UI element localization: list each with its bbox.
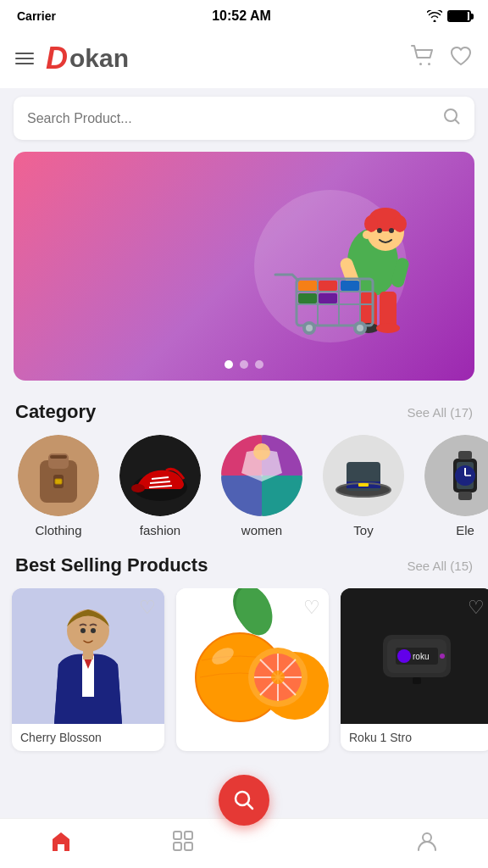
carrier-label: Carrier: [17, 9, 56, 23]
header-left: D okan: [15, 41, 129, 76]
product-card-0[interactable]: ♡ Cherry Blosson: [12, 588, 164, 751]
dot-2[interactable]: [240, 360, 248, 369]
header-actions: [410, 44, 473, 74]
svg-point-30: [306, 325, 313, 331]
svg-rect-23: [298, 281, 317, 291]
category-item-toy[interactable]: Toy: [317, 435, 410, 537]
svg-rect-37: [55, 479, 62, 484]
product-label-2: Roku 1 Stro: [341, 724, 488, 751]
category-circle-clothing: [18, 435, 99, 516]
svg-rect-64: [83, 649, 93, 659]
category-label-toy: Toy: [353, 523, 373, 537]
nav-home[interactable]: [49, 829, 73, 853]
app-logo: D okan: [46, 41, 129, 76]
svg-rect-87: [185, 832, 192, 839]
product-label-0: Cherry Blosson: [12, 724, 164, 751]
svg-point-40: [131, 484, 145, 492]
svg-rect-60: [458, 492, 472, 500]
svg-rect-25: [341, 281, 359, 291]
nav-categories[interactable]: [171, 829, 195, 853]
wishlist-icon[interactable]: [449, 44, 473, 74]
svg-text:roku: roku: [413, 652, 429, 661]
svg-point-84: [440, 654, 445, 659]
search-bar[interactable]: [14, 97, 474, 140]
svg-point-8: [377, 228, 382, 233]
svg-point-1: [428, 63, 430, 65]
search-input[interactable]: [27, 111, 442, 126]
product-card-2[interactable]: roku ♡ Roku 1 Stro: [341, 588, 488, 751]
category-title: Category: [15, 401, 96, 423]
svg-point-46: [253, 443, 270, 460]
product-image-1: ♡: [176, 588, 329, 724]
svg-point-14: [376, 323, 400, 333]
category-label-fashion: fashion: [140, 523, 180, 537]
battery-icon: [447, 10, 471, 22]
category-item-women[interactable]: women: [215, 435, 308, 537]
dot-3[interactable]: [255, 360, 263, 369]
banner-content: [14, 152, 474, 381]
svg-rect-52: [358, 483, 369, 487]
svg-point-65: [80, 628, 86, 633]
time-label: 10:52 AM: [212, 8, 271, 24]
product-image-0: ♡: [12, 588, 164, 724]
category-circle-toy: [323, 435, 404, 516]
svg-rect-83: [413, 677, 421, 684]
banner-indicators: [225, 360, 263, 369]
category-label-women: women: [241, 523, 282, 537]
category-label-clothing: Clothing: [35, 523, 81, 537]
nav-profile[interactable]: [415, 829, 439, 853]
svg-rect-88: [174, 843, 181, 850]
products-list: ♡ Cherry Blosson: [0, 588, 488, 768]
svg-point-7: [393, 215, 407, 232]
svg-point-10: [363, 231, 371, 239]
wifi-icon: [427, 10, 442, 22]
banner-character: [271, 177, 441, 347]
products-section-header: Best Selling Products See All (15): [0, 551, 488, 588]
status-icons: [427, 10, 471, 22]
hero-banner[interactable]: [14, 152, 474, 381]
dot-1[interactable]: [225, 360, 233, 369]
svg-rect-35: [50, 455, 67, 459]
products-see-all[interactable]: See All (15): [407, 559, 473, 573]
categories-list: Clothing fashion: [0, 435, 488, 551]
svg-point-81: [397, 649, 411, 663]
svg-rect-26: [298, 293, 317, 303]
product-image-2: roku ♡: [341, 588, 488, 724]
logo-text: okan: [69, 44, 129, 73]
product-wishlist-0[interactable]: ♡: [139, 597, 156, 619]
fab-search[interactable]: [219, 775, 269, 826]
svg-point-6: [364, 215, 378, 232]
category-circle-women: [221, 435, 302, 516]
cart-icon[interactable]: [410, 44, 435, 74]
svg-rect-27: [319, 293, 337, 303]
svg-rect-45: [262, 476, 302, 516]
category-item-fashion[interactable]: fashion: [114, 435, 207, 537]
category-item-clothing[interactable]: Clothing: [12, 435, 105, 537]
category-see-all[interactable]: See All (17): [407, 405, 473, 420]
svg-point-66: [91, 628, 96, 633]
category-circle-fashion: [119, 435, 201, 516]
product-wishlist-2[interactable]: ♡: [468, 597, 485, 619]
category-item-electronics[interactable]: Ele: [419, 435, 488, 537]
svg-rect-44: [221, 476, 262, 516]
category-label-electronics: Ele: [456, 523, 474, 537]
app-header: D okan: [0, 29, 488, 88]
svg-point-0: [419, 63, 422, 65]
svg-point-9: [389, 228, 394, 233]
logo-d: D: [46, 41, 68, 76]
product-label-1: [176, 724, 329, 737]
svg-rect-89: [185, 843, 192, 850]
product-wishlist-1[interactable]: ♡: [303, 597, 320, 619]
search-icon[interactable]: [442, 107, 461, 130]
product-card-1[interactable]: ♡: [176, 588, 329, 751]
category-section-header: Category See All (17): [0, 398, 488, 435]
svg-point-75: [271, 670, 285, 684]
menu-button[interactable]: [15, 53, 34, 64]
svg-rect-24: [319, 281, 337, 291]
svg-point-90: [423, 833, 431, 842]
svg-rect-86: [174, 832, 181, 839]
svg-rect-59: [458, 451, 472, 459]
products-title: Best Selling Products: [15, 554, 208, 576]
status-bar: Carrier 10:52 AM: [0, 0, 488, 29]
category-circle-electronics: [424, 435, 488, 516]
